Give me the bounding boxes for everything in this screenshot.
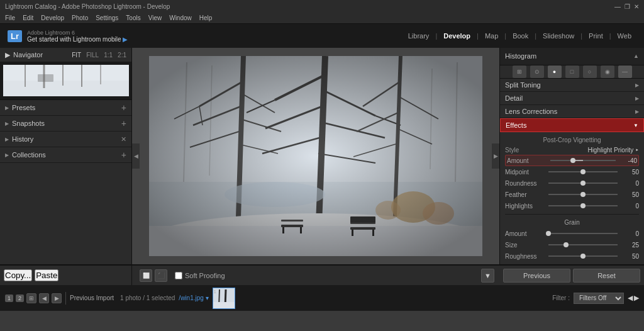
grid-view-button[interactable]: ⊞ [26, 293, 36, 303]
svg-rect-10 [38, 74, 53, 82]
lens-corrections-header[interactable]: Lens Corrections ▶ [500, 105, 644, 118]
menu-window[interactable]: Window [169, 14, 192, 21]
presets-section: ▶ Presets + [0, 100, 131, 116]
roundness-slider[interactable] [548, 182, 618, 184]
menu-file[interactable]: File [5, 14, 15, 21]
snapshots-arrow: ▶ [5, 121, 9, 126]
nav-book[interactable]: Book [508, 31, 533, 41]
reset-button[interactable]: Reset [573, 269, 640, 283]
window-controls[interactable]: — ❐ ✕ [614, 3, 639, 10]
midpoint-slider[interactable] [548, 171, 618, 172]
amount-thumb[interactable] [570, 158, 575, 163]
redeye-icon[interactable]: ○ [583, 65, 597, 78]
grain-size-thumb[interactable] [564, 242, 569, 247]
right-bottom-bar: Previous Reset [499, 265, 644, 285]
presets-add-button[interactable]: + [121, 103, 126, 113]
grain-amount-thumb[interactable] [546, 231, 551, 236]
brush-icon[interactable]: ◉ [601, 65, 614, 78]
heal-icon[interactable]: ⊙ [530, 65, 544, 78]
style-value[interactable]: Highlight Priority ‣ [549, 147, 639, 154]
grain-size-slider[interactable] [548, 244, 618, 245]
previous-button[interactable]: Previous [503, 269, 570, 283]
nav-develop[interactable]: Develop [438, 31, 475, 41]
soft-proofing-toggle[interactable]: Soft Proofing [175, 272, 225, 279]
midpoint-slider-row: Midpoint 50 [505, 166, 639, 177]
develop-view-icon[interactable]: ⬜ [140, 269, 152, 282]
zoom-fit[interactable]: FIT [72, 52, 81, 59]
gradient-icon[interactable]: — [618, 65, 632, 78]
photo-name[interactable]: /win1.jpg ▾ [179, 295, 208, 301]
right-panel-collapse-button[interactable]: ▶ [492, 143, 499, 169]
page-2-badge[interactable]: 2 [16, 295, 24, 302]
filmstrip-expand-button[interactable]: ▶ [634, 294, 639, 302]
nav-library[interactable]: Library [403, 31, 435, 41]
grain-roughness-slider[interactable] [548, 255, 618, 257]
photo-thumbnail[interactable]: 1 [213, 288, 235, 309]
nav-print[interactable]: Print [584, 31, 608, 41]
history-close-button[interactable]: ✕ [121, 135, 126, 143]
toolbar-dropdown[interactable]: ▼ [481, 269, 494, 283]
collections-add-button[interactable]: + [121, 150, 126, 160]
close-button[interactable]: ✕ [634, 3, 639, 10]
detail-header[interactable]: Detail ▶ [500, 92, 644, 105]
nav-map[interactable]: Map [480, 31, 503, 41]
history-header[interactable]: ▶ History ✕ [0, 132, 131, 147]
menu-edit[interactable]: Edit [23, 14, 33, 21]
effects-header[interactable]: Effects ▼ [500, 118, 644, 132]
midpoint-value: 50 [620, 169, 639, 176]
zoom-2-1[interactable]: 2:1 [118, 52, 126, 59]
zoom-1-1[interactable]: 1:1 [104, 52, 113, 59]
copy-button[interactable]: Copy... [4, 269, 32, 281]
navigator-panel: ▶ Navigator FIT FILL 1:1 2:1 [0, 48, 131, 100]
nav-web[interactable]: Web [613, 31, 636, 41]
mobile-arrow[interactable]: ▶ [123, 36, 128, 43]
amount-slider[interactable] [550, 160, 616, 161]
zoom-fill[interactable]: FILL [86, 52, 99, 59]
filmstrip-shrink-button[interactable]: ◀ [628, 294, 633, 302]
filter-icon[interactable]: □ [565, 65, 579, 78]
crop-icon[interactable]: ⊞ [513, 65, 526, 78]
grain-amount-row: Amount 0 [505, 228, 639, 239]
menu-bar: File Edit Develop Photo Settings Tools V… [0, 13, 644, 24]
filter-dropdown[interactable]: Filters Off [574, 293, 624, 304]
roundness-thumb[interactable] [580, 181, 586, 186]
soft-proofing-checkbox[interactable] [175, 272, 182, 279]
page-1-badge[interactable]: 1 [5, 295, 13, 302]
style-label: Style [505, 147, 549, 154]
nav-slideshow[interactable]: Slideshow [538, 31, 579, 41]
highlights-thumb[interactable] [580, 203, 586, 208]
prev-nav-button[interactable]: ◀ [39, 293, 49, 303]
highlights-slider[interactable] [548, 205, 618, 206]
photo-display[interactable] [149, 56, 482, 256]
menu-tools[interactable]: Tools [126, 14, 140, 21]
menu-help[interactable]: Help [199, 14, 213, 21]
adjustment-icon[interactable]: ● [548, 65, 562, 78]
paste-button[interactable]: Paste [35, 269, 58, 281]
minimize-button[interactable]: — [614, 3, 621, 10]
filmstrip-right: Filter : Filters Off ◀ ▶ [552, 293, 639, 304]
feather-thumb[interactable] [580, 192, 586, 197]
next-nav-button[interactable]: ▶ [52, 293, 62, 303]
midpoint-thumb[interactable] [580, 169, 586, 174]
menu-settings[interactable]: Settings [96, 14, 118, 21]
maximize-button[interactable]: ❐ [625, 3, 630, 10]
grain-amount-slider[interactable] [548, 233, 618, 234]
filmstrip-end-controls: ◀ ▶ [628, 294, 639, 302]
menu-view[interactable]: View [148, 14, 162, 21]
snapshots-header[interactable]: ▶ Snapshots + [0, 116, 131, 131]
left-panel-collapse-button[interactable]: ◀ [132, 143, 140, 169]
presets-header[interactable]: ▶ Presets + [0, 100, 131, 115]
logo-info: Adobe Lightroom 6 Get started with Light… [27, 30, 128, 43]
collections-header[interactable]: ▶ Collections + [0, 147, 131, 162]
history-label: History [12, 135, 33, 143]
style-row[interactable]: Style Highlight Priority ‣ [505, 145, 639, 155]
snapshots-add-button[interactable]: + [121, 118, 126, 128]
navigator-header[interactable]: ▶ Navigator FIT FILL 1:1 2:1 [0, 48, 131, 62]
split-toning-header[interactable]: Split Toning ▶ [500, 79, 644, 92]
feather-slider[interactable] [548, 194, 618, 195]
menu-photo[interactable]: Photo [72, 14, 88, 21]
grain-roughness-thumb[interactable] [580, 254, 586, 259]
photo-count: 1 photo / 1 selected [120, 295, 175, 301]
compare-icon[interactable]: ⬛ [155, 269, 167, 282]
menu-develop[interactable]: Develop [41, 14, 64, 21]
